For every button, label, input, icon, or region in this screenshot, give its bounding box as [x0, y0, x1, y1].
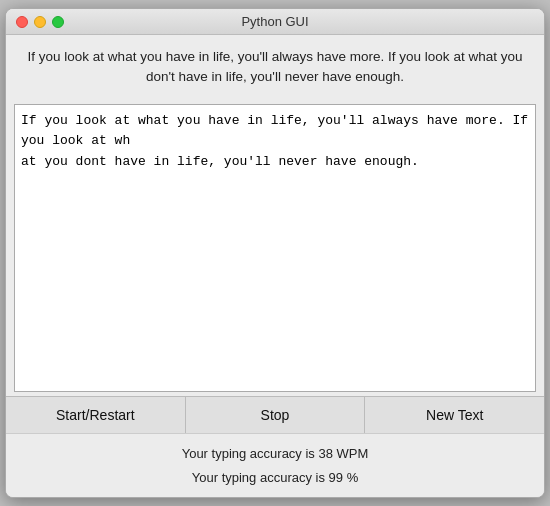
stop-button[interactable]: Stop: [186, 397, 366, 433]
close-button[interactable]: [16, 16, 28, 28]
window-title: Python GUI: [241, 14, 308, 29]
main-window: Python GUI If you look at what you have …: [5, 8, 545, 498]
text-area-container: [6, 100, 544, 397]
traffic-lights: [16, 16, 64, 28]
wpm-status: Your typing accuracy is 38 WPM: [26, 442, 524, 465]
quote-display: If you look at what you have in life, yo…: [6, 35, 544, 100]
new-text-button[interactable]: New Text: [365, 397, 544, 433]
start-restart-button[interactable]: Start/Restart: [6, 397, 186, 433]
button-row: Start/Restart Stop New Text: [6, 396, 544, 433]
status-area: Your typing accuracy is 38 WPM Your typi…: [6, 433, 544, 497]
accuracy-status: Your typing accuracy is 99 %: [26, 466, 524, 489]
maximize-button[interactable]: [52, 16, 64, 28]
title-bar: Python GUI: [6, 9, 544, 35]
minimize-button[interactable]: [34, 16, 46, 28]
typing-textarea[interactable]: [14, 104, 536, 393]
quote-text: If you look at what you have in life, yo…: [28, 49, 523, 84]
